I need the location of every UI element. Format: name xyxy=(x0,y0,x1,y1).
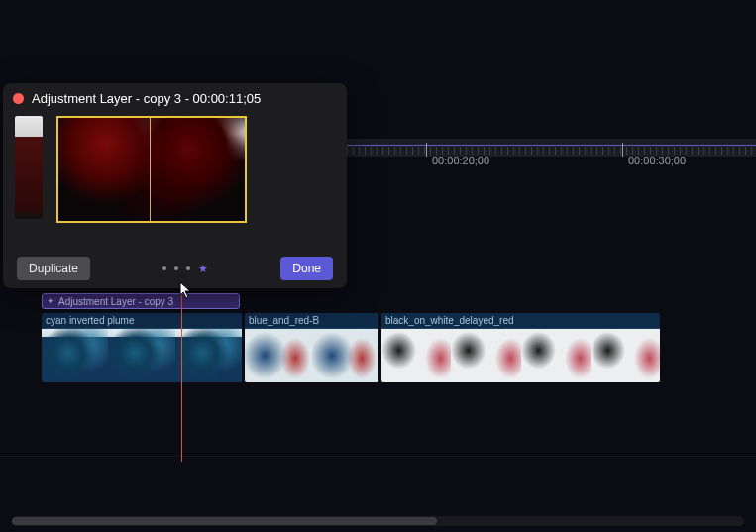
clip-frame xyxy=(175,329,242,382)
ruler-tick-label: 00:00:30;00 xyxy=(628,155,686,166)
clip-frame xyxy=(591,329,660,382)
clip-label: black_on_white_delayed_red xyxy=(381,313,660,328)
page-dot[interactable] xyxy=(186,266,190,270)
clip-editor-panel: Adjustment Layer - copy 3 - 00:00:11;05 … xyxy=(3,83,347,288)
ruler-tick-major xyxy=(622,143,623,157)
ruler-tick-major xyxy=(426,143,427,157)
adjustment-icon: ✦ xyxy=(47,296,54,306)
preview-main[interactable] xyxy=(56,116,247,223)
video-clip[interactable]: black_on_white_delayed_red xyxy=(381,313,660,382)
clip-frame xyxy=(42,329,108,382)
clip-frame xyxy=(521,329,591,382)
done-button[interactable]: Done xyxy=(280,257,333,280)
clip-frame xyxy=(381,329,451,382)
video-clip[interactable]: cyan inverted plume xyxy=(42,313,242,382)
clip-label: cyan inverted plume xyxy=(42,313,242,328)
clip-frame xyxy=(245,329,312,382)
clip-thumbnails xyxy=(245,328,378,382)
adjustment-layer-label: Adjustment Layer - copy 3 xyxy=(58,296,173,307)
close-icon[interactable] xyxy=(13,93,24,104)
duplicate-button[interactable]: Duplicate xyxy=(17,257,90,280)
clip-thumbnails xyxy=(42,328,242,382)
page-dot[interactable] xyxy=(174,266,178,270)
panel-header: Adjustment Layer - copy 3 - 00:00:11;05 xyxy=(3,83,347,112)
clip-thumbnails xyxy=(381,328,660,382)
panel-title: Adjustment Layer - copy 3 - 00:00:11;05 xyxy=(32,91,261,106)
ruler-line xyxy=(347,145,756,146)
clip-label: blue_and_red-B xyxy=(245,313,378,328)
video-clip[interactable]: blue_and_red-B xyxy=(245,313,378,382)
clip-frame xyxy=(451,329,520,382)
star-icon[interactable]: ★ xyxy=(198,266,208,270)
timeline-playhead[interactable] xyxy=(181,293,182,462)
ruler-tick-label: 00:00:20;00 xyxy=(432,155,489,166)
page-dot[interactable] xyxy=(162,266,166,270)
video-track: cyan inverted plumeblue_and_red-Bblack_o… xyxy=(42,313,756,382)
adjustment-layer-clip[interactable]: ✦ Adjustment Layer - copy 3 xyxy=(42,293,240,309)
horizontal-scrollbar[interactable] xyxy=(12,516,744,526)
scrollbar-thumb[interactable] xyxy=(12,517,437,525)
clip-frame xyxy=(108,329,174,382)
ruler-ticks xyxy=(347,147,756,155)
preview-playhead[interactable] xyxy=(150,118,151,221)
page-dots[interactable]: ★ xyxy=(162,266,208,270)
preview-content xyxy=(58,118,245,221)
divider xyxy=(0,456,756,457)
clip-frame xyxy=(312,329,379,382)
timeline[interactable]: ✦ Adjustment Layer - copy 3 cyan inverte… xyxy=(42,293,756,382)
preview-strip[interactable] xyxy=(15,116,43,219)
